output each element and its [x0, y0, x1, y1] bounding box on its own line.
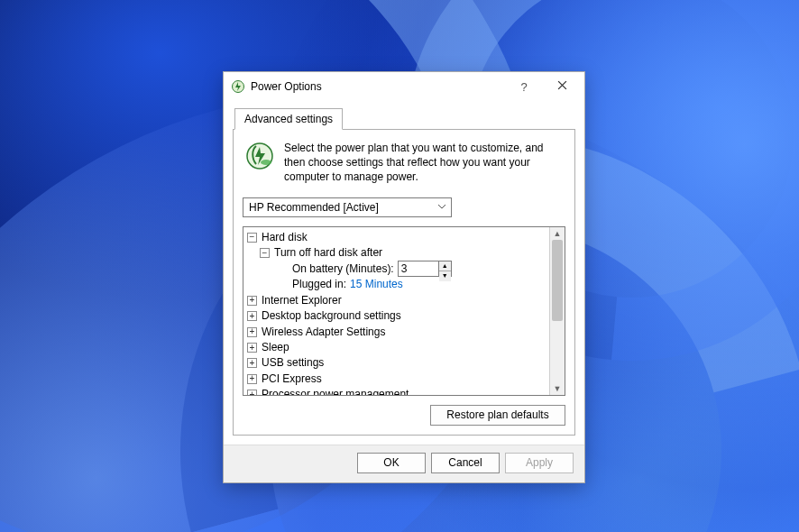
power-plan-icon	[244, 141, 275, 171]
settings-tree: − Hard disk − Turn off hard disk after O…	[243, 226, 565, 396]
plugged-in-value[interactable]: 15 Minutes	[350, 277, 403, 292]
power-plan-selected: HP Recommended [Active]	[249, 201, 379, 214]
tree-item-usb-settings[interactable]: + USB settings	[247, 355, 561, 371]
tree-item-internet-explorer[interactable]: + Internet Explorer	[247, 293, 561, 308]
apply-button[interactable]: Apply	[505, 453, 574, 473]
tree-item-on-battery: On battery (Minutes): ▲ ▼	[247, 261, 561, 277]
close-button[interactable]	[543, 73, 581, 100]
cancel-button[interactable]: Cancel	[431, 453, 500, 473]
tree-item-processor-power[interactable]: + Processor power management	[247, 387, 561, 395]
expand-icon[interactable]: +	[247, 311, 257, 321]
minutes-spinner[interactable]: ▲ ▼	[438, 261, 452, 277]
dialog-footer: OK Cancel Apply	[224, 445, 584, 482]
dialog-content: Advanced settings Select the power plan …	[224, 101, 584, 445]
spinner-down-icon[interactable]: ▼	[439, 271, 451, 280]
tree-item-plugged-in[interactable]: Plugged in: 15 Minutes	[247, 277, 561, 292]
expand-icon[interactable]: +	[247, 374, 257, 384]
tree-scrollbar[interactable]: ▲ ▼	[549, 227, 565, 395]
tree-content: − Hard disk − Turn off hard disk after O…	[243, 227, 565, 396]
expand-icon[interactable]: +	[247, 327, 257, 337]
scroll-down-icon[interactable]: ▼	[550, 382, 565, 395]
plugged-in-label: Plugged in:	[292, 277, 346, 292]
restore-plan-defaults-button[interactable]: Restore plan defaults	[430, 405, 565, 426]
tab-strip: Advanced settings	[233, 108, 575, 130]
power-plan-select[interactable]: HP Recommended [Active]	[243, 197, 452, 217]
collapse-icon[interactable]: −	[247, 233, 257, 243]
tree-item-pci-express[interactable]: + PCI Express	[247, 371, 561, 387]
help-button[interactable]: ?	[505, 73, 543, 100]
expand-icon[interactable]: +	[247, 296, 257, 306]
spinner-up-icon[interactable]: ▲	[439, 261, 451, 271]
power-options-icon	[231, 79, 245, 94]
expand-icon[interactable]: +	[247, 390, 257, 395]
tab-panel: Select the power plan that you want to c…	[233, 129, 575, 436]
description-row: Select the power plan that you want to c…	[243, 139, 565, 188]
restore-row: Restore plan defaults	[243, 405, 565, 426]
on-battery-label: On battery (Minutes):	[292, 261, 394, 277]
tree-item-desktop-background[interactable]: + Desktop background settings	[247, 308, 561, 324]
close-icon	[557, 80, 567, 93]
tree-item-sleep[interactable]: + Sleep	[247, 340, 561, 355]
svg-point-2	[261, 160, 271, 165]
tree-item-hard-disk[interactable]: − Hard disk	[247, 230, 561, 245]
expand-icon[interactable]: +	[247, 358, 257, 368]
ok-button[interactable]: OK	[357, 453, 426, 473]
chevron-down-icon	[436, 205, 447, 209]
help-icon: ?	[520, 80, 527, 94]
titlebar[interactable]: Power Options ?	[224, 72, 584, 101]
expand-icon[interactable]: +	[247, 343, 257, 353]
tab-advanced-settings[interactable]: Advanced settings	[234, 108, 343, 130]
scrollbar-thumb[interactable]	[552, 240, 563, 321]
tree-item-wireless-adapter[interactable]: + Wireless Adapter Settings	[247, 325, 561, 340]
tree-item-turn-off-hard-disk[interactable]: − Turn off hard disk after	[247, 245, 561, 261]
description-text: Select the power plan that you want to c…	[284, 141, 564, 185]
window-title: Power Options	[251, 80, 322, 93]
collapse-icon[interactable]: −	[260, 248, 270, 258]
power-options-dialog: Power Options ? Advanced settings	[223, 71, 585, 483]
on-battery-minutes-input[interactable]	[398, 261, 439, 277]
scroll-up-icon[interactable]: ▲	[550, 227, 565, 240]
